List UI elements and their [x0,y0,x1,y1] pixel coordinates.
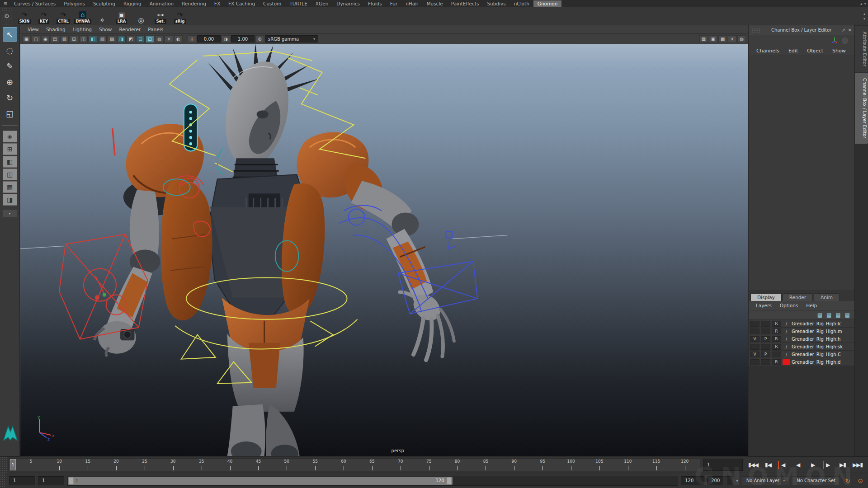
shelf-scroll-down-icon[interactable]: ▾ [864,1,866,6]
gamma-field[interactable]: 1.00 [231,35,255,42]
layer-playback-toggle[interactable]: P [761,352,770,357]
layer-visibility-toggle[interactable] [750,344,760,350]
perspective-view[interactable]: y x z persp [20,44,748,456]
layout-more-dropdown[interactable]: ▾ [3,210,17,217]
axis-tripod-icon[interactable] [831,37,838,44]
lock-camera-icon[interactable]: ▢ [32,35,40,43]
auto-keyframe-toggle-icon[interactable]: ⊙ [855,476,865,486]
go-to-end-button[interactable]: ▶▶▮ [851,460,864,470]
menu-item[interactable]: Subdivs [483,0,509,7]
move-layer-up-icon[interactable]: ▤ [817,312,822,318]
color-management-globe-icon[interactable]: ⊕ [255,35,264,43]
layer-editor-menu-item[interactable]: Layers [752,302,775,309]
view-transform-dropdown[interactable]: sRGB gamma ▾ [265,35,318,42]
shelf-srig-button[interactable]: ↷ sRig [171,9,189,24]
layout-persp-graph-button[interactable]: ◨ [3,194,17,206]
use-all-lights-icon[interactable]: ☀ [728,35,736,43]
move-layer-down-icon[interactable]: ▤ [826,312,831,318]
range-slider-bar[interactable]: 1 120 [68,477,453,485]
layer-row[interactable]: R ∕ Grenadier_Rig_High:d [749,358,854,366]
layer-visibility-toggle[interactable]: V [750,352,760,357]
layer-playback-toggle[interactable] [761,321,770,327]
step-back-key-button[interactable]: ◀ [776,460,790,470]
layer-display-type-toggle[interactable]: R [772,336,781,342]
menu-item[interactable]: Fur [386,0,401,7]
field-chart-icon[interactable]: ▨ [108,35,116,43]
shelf-rotate-manip-button[interactable]: ◎ [132,9,150,24]
textured-icon[interactable]: ▩ [718,35,727,43]
move-tool[interactable]: ⊕ [3,75,17,89]
shelf-options-gear-icon[interactable]: ⚙ [1,7,13,25]
layer-playback-toggle[interactable] [761,344,770,350]
menu-item[interactable]: Rigging [119,0,146,7]
time-slider-ruler[interactable]: 1 5 10 15 20 25 30 35 40 [8,458,700,471]
layer-visibility-toggle[interactable] [750,359,760,365]
shelf-key-button[interactable]: ↷ KEY [35,9,53,24]
popout-panel-icon[interactable]: ↗ [841,28,845,33]
layer-display-type-toggle[interactable] [772,352,781,357]
gamma-icon[interactable]: ◑ [222,35,230,43]
wireframe-icon[interactable]: ▦ [699,35,708,43]
layer-editor-tab[interactable]: Anim [814,293,840,301]
shadows-icon[interactable]: ◐ [174,35,183,43]
menu-item[interactable]: Sculpting [89,0,119,7]
menu-item[interactable]: Polygons [60,0,89,7]
menu-item[interactable]: Curves / Surfaces [10,0,60,7]
step-forward-frame-button[interactable]: ▶▮ [836,460,849,470]
select-tool[interactable]: ↖ [3,27,17,42]
isolate-select-icon[interactable]: ◍ [155,35,164,43]
layer-color-swatch[interactable]: ∕ [783,321,790,327]
shelf-set-button[interactable]: ⊶ Set. [151,9,170,24]
layer-row[interactable]: R ∕ Grenadier_Rig_High:m [749,328,854,335]
channel-box-menu-item[interactable]: Channels [752,47,783,54]
range-end-handle[interactable] [447,477,452,484]
shelf-dynpa-button[interactable]: ⌂ DYNPA [74,9,92,24]
grid-icon[interactable]: ⊞ [70,35,78,43]
menu-item[interactable]: Gnomon [533,0,562,7]
layer-color-swatch[interactable]: ∕ [783,336,790,342]
channel-list-area[interactable] [749,56,854,291]
animation-end-field[interactable]: 200 [707,476,732,485]
select-camera-icon[interactable]: ▣ [22,35,31,43]
menu-item[interactable]: FX [210,0,224,7]
anim-layer-dropdown[interactable]: No Anim Layer ▾ [742,476,790,485]
panel-menu-item[interactable]: Panels [144,26,167,33]
menu-item[interactable]: nCloth [510,0,533,7]
layer-visibility-toggle[interactable] [750,321,760,327]
layout-single-pane-button[interactable]: ◈ [3,131,17,142]
go-to-start-button[interactable]: ▮◀◀ [746,460,760,470]
layer-visibility-toggle[interactable]: V [750,336,760,342]
range-slider-grip[interactable] [0,473,6,488]
shelf-tab-down-icon[interactable]: ▾ [863,17,865,21]
bookmarks-icon[interactable]: ▤ [51,35,59,43]
playback-options-icon[interactable]: ↻ [843,476,853,486]
shelf-scroll-up-icon[interactable]: ▴ [860,1,863,6]
layer-playback-toggle[interactable]: P [761,336,770,342]
layout-four-view-button[interactable]: ⊞ [3,143,17,155]
layer-row[interactable]: R ∕ Grenadier_Rig_High:sk [749,343,854,351]
rig-marker-green[interactable] [103,293,106,297]
panel-drag-grip[interactable] [751,28,761,33]
menu-item[interactable]: nHair [401,0,422,7]
paint-select-tool[interactable]: ✎ [3,59,17,73]
exposure-icon[interactable]: ✛ [188,35,196,43]
menu-item[interactable]: Custom [259,0,285,7]
layout-two-pane-button[interactable]: ◫ [3,169,17,180]
layer-color-swatch[interactable]: ∕ [783,359,790,365]
frame-all-icon[interactable]: ⊡ [136,35,145,43]
gate-mask-icon[interactable]: ▧ [98,35,107,43]
frame-selection-icon[interactable]: ⊟ [146,35,154,43]
range-slider-track[interactable]: 1 120 [67,476,678,486]
panel-menu-item[interactable]: Renderer [115,26,144,33]
layer-color-swatch[interactable]: ∕ [783,328,790,334]
create-empty-layer-icon[interactable]: ▤ [835,312,840,318]
range-start-handle[interactable] [69,477,74,484]
menu-item[interactable]: Dynamics [332,0,364,7]
channel-box-menu-item[interactable]: Edit [784,47,802,54]
layer-color-swatch[interactable]: ∕ [783,352,790,357]
play-forwards-button[interactable]: ▶ [806,460,820,470]
sidebar-tab[interactable]: Channel Box / Layer Editor [855,73,868,144]
current-frame-marker[interactable]: 1 [10,459,16,470]
menu-item[interactable]: Muscle [422,0,447,7]
menu-item[interactable]: TURTLE [285,0,311,7]
